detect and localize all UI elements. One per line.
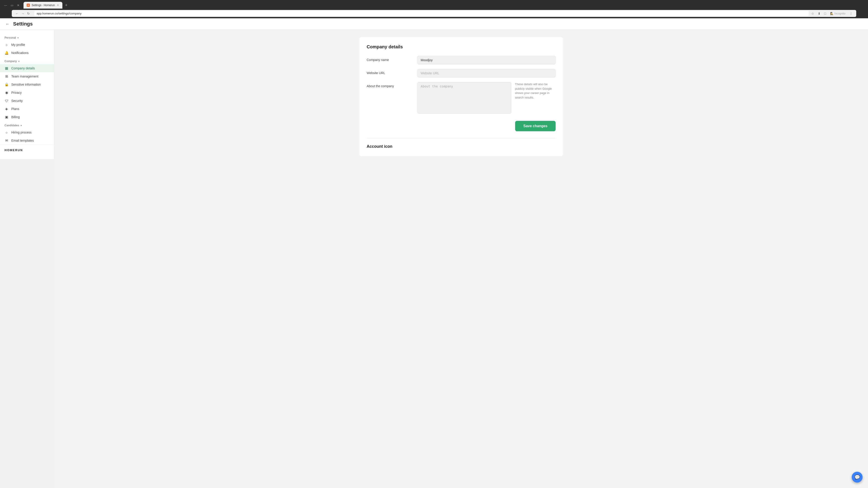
sidebar-item-hiring-process[interactable]: ○ Hiring process bbox=[0, 128, 54, 136]
privacy-icon: ◉ bbox=[4, 91, 8, 95]
layout: Personal ▾ ○ My profile 🔔 Notifications … bbox=[0, 30, 868, 488]
candidates-chevron: ▾ bbox=[21, 124, 22, 127]
page-title: Settings bbox=[13, 21, 33, 27]
company-details-card: Company details Company name Website URL bbox=[360, 37, 563, 156]
address-actions: ☆ ⬇ □ 🕵 Incognito ⋮ bbox=[810, 11, 854, 16]
account-icon-section: Account icon bbox=[367, 138, 556, 149]
candidates-label: Candidates bbox=[4, 124, 19, 127]
new-tab-button[interactable]: + bbox=[63, 2, 69, 8]
sidebar-item-security[interactable]: 🛡 Security bbox=[0, 97, 54, 105]
sidebar-label-sensitive: Sensitive information bbox=[11, 83, 41, 86]
restore-button[interactable]: ▭ bbox=[9, 3, 15, 8]
chat-icon: 💬 bbox=[855, 475, 860, 480]
company-name-input-wrapper bbox=[417, 56, 556, 64]
company-name-label: Company name bbox=[367, 56, 412, 62]
billing-icon: ▣ bbox=[4, 115, 8, 119]
side-note: These details will also be publicly visi… bbox=[515, 82, 556, 100]
minimize-button[interactable]: — bbox=[3, 3, 8, 8]
bell-icon: 🔔 bbox=[4, 51, 8, 55]
sidebar-label-plans: Plans bbox=[11, 107, 19, 111]
nav-buttons: ← → ↻ bbox=[14, 11, 31, 16]
company-chevron: ▾ bbox=[18, 60, 20, 63]
hiring-icon: ○ bbox=[4, 130, 8, 134]
plans-icon: ◈ bbox=[4, 107, 8, 111]
profile-icon: ○ bbox=[4, 43, 8, 47]
more-button[interactable]: ⋮ bbox=[848, 11, 854, 16]
sidebar-item-sensitive-information[interactable]: 🔒 Sensitive information bbox=[0, 80, 54, 89]
sidebar-item-team-management[interactable]: ⊞ Team management bbox=[0, 72, 54, 80]
email-icon: ✉ bbox=[4, 138, 8, 142]
active-tab[interactable]: H Settings · Homerun × bbox=[24, 2, 62, 8]
company-name-row: Company name bbox=[367, 56, 556, 64]
company-section-header[interactable]: Company ▾ bbox=[0, 57, 54, 64]
sidebar-item-billing[interactable]: ▣ Billing bbox=[0, 113, 54, 121]
sidebar-item-privacy[interactable]: ◉ Privacy bbox=[0, 89, 54, 97]
tab-close-button[interactable]: × bbox=[57, 3, 59, 7]
address-bar: ← → ↻ ☆ ⬇ □ 🕵 Incognito ⋮ bbox=[12, 10, 856, 17]
website-url-input[interactable] bbox=[417, 69, 556, 77]
chat-bubble-button[interactable]: 💬 bbox=[852, 472, 863, 483]
back-nav-button[interactable]: ← bbox=[14, 11, 20, 16]
sidebar-label-my-profile: My profile bbox=[11, 43, 25, 46]
download-button[interactable]: ⬇ bbox=[817, 11, 822, 16]
sidebar: Personal ▾ ○ My profile 🔔 Notifications … bbox=[0, 30, 54, 159]
sidebar-item-my-profile[interactable]: ○ My profile bbox=[0, 41, 54, 49]
sidebar-item-company-details[interactable]: ▦ Company details bbox=[0, 64, 54, 72]
tab-bar: — ▭ ✕ H Settings · Homerun × + bbox=[3, 2, 865, 8]
url-input[interactable] bbox=[34, 11, 809, 16]
tab-title: Settings · Homerun bbox=[32, 4, 55, 7]
sidebar-label-privacy: Privacy bbox=[11, 91, 22, 94]
incognito-label: Incognito bbox=[834, 12, 845, 15]
card-section-title: Company details bbox=[367, 44, 556, 50]
sensitive-icon: 🔒 bbox=[4, 83, 8, 87]
candidates-section-header[interactable]: Candidates ▾ bbox=[0, 121, 54, 128]
sidebar-item-notifications[interactable]: 🔔 Notifications bbox=[0, 49, 54, 57]
team-icon: ⊞ bbox=[4, 74, 8, 78]
sidebar-item-plans[interactable]: ◈ Plans bbox=[0, 105, 54, 113]
main-content: Company details Company name Website URL bbox=[54, 30, 868, 488]
account-icon-label: Account icon bbox=[367, 144, 556, 149]
incognito-icon: 🕵 bbox=[830, 12, 833, 15]
personal-label: Personal bbox=[4, 36, 16, 39]
window-controls: — ▭ ✕ bbox=[3, 3, 21, 8]
sidebar-label-team-management: Team management bbox=[11, 74, 38, 78]
sidebar-label-email-templates: Email templates bbox=[11, 139, 34, 142]
forward-nav-button[interactable]: → bbox=[20, 11, 25, 16]
company-section-label: Company bbox=[4, 60, 17, 63]
extend-button[interactable]: □ bbox=[823, 11, 827, 16]
top-header: ← Settings bbox=[0, 18, 868, 30]
homerun-logo: HOMERUN bbox=[4, 149, 50, 152]
about-company-row: About the company These details will als… bbox=[367, 82, 556, 113]
sidebar-label-hiring-process: Hiring process bbox=[11, 131, 31, 134]
sidebar-label-notifications: Notifications bbox=[11, 51, 29, 55]
sidebar-label-billing: Billing bbox=[11, 115, 20, 119]
save-changes-button[interactable]: Save changes bbox=[515, 121, 556, 131]
sidebar-item-email-templates[interactable]: ✉ Email templates bbox=[0, 136, 54, 144]
website-url-row: Website URL bbox=[367, 69, 556, 77]
security-icon: 🛡 bbox=[4, 99, 8, 103]
sidebar-label-company-details: Company details bbox=[11, 66, 35, 70]
sidebar-label-security: Security bbox=[11, 99, 23, 103]
settings-back-button[interactable]: ← bbox=[5, 22, 9, 26]
browser-chrome: — ▭ ✕ H Settings · Homerun × + ← → ↻ ☆ ⬇… bbox=[0, 0, 868, 18]
sidebar-footer: HOMERUN bbox=[0, 144, 54, 156]
tab-favicon: H bbox=[27, 4, 30, 7]
company-details-icon: ▦ bbox=[4, 66, 8, 70]
sidebar-wrapper: Personal ▾ ○ My profile 🔔 Notifications … bbox=[0, 30, 54, 488]
website-url-label: Website URL bbox=[367, 69, 412, 75]
about-company-label: About the company bbox=[367, 82, 412, 88]
refresh-button[interactable]: ↻ bbox=[26, 11, 31, 16]
close-button[interactable]: ✕ bbox=[16, 3, 21, 8]
app: ← Settings Personal ▾ ○ My profile 🔔 Not… bbox=[0, 18, 868, 488]
website-url-input-wrapper bbox=[417, 69, 556, 77]
bookmark-button[interactable]: ☆ bbox=[810, 11, 815, 16]
incognito-button[interactable]: 🕵 Incognito bbox=[829, 11, 847, 15]
about-company-textarea[interactable] bbox=[417, 82, 511, 113]
about-company-wrapper: These details will also be publicly visi… bbox=[417, 82, 556, 113]
personal-section-header[interactable]: Personal ▾ bbox=[0, 33, 54, 41]
personal-chevron: ▾ bbox=[18, 37, 19, 39]
company-name-input[interactable] bbox=[417, 56, 556, 64]
save-button-container: Save changes bbox=[367, 121, 556, 131]
